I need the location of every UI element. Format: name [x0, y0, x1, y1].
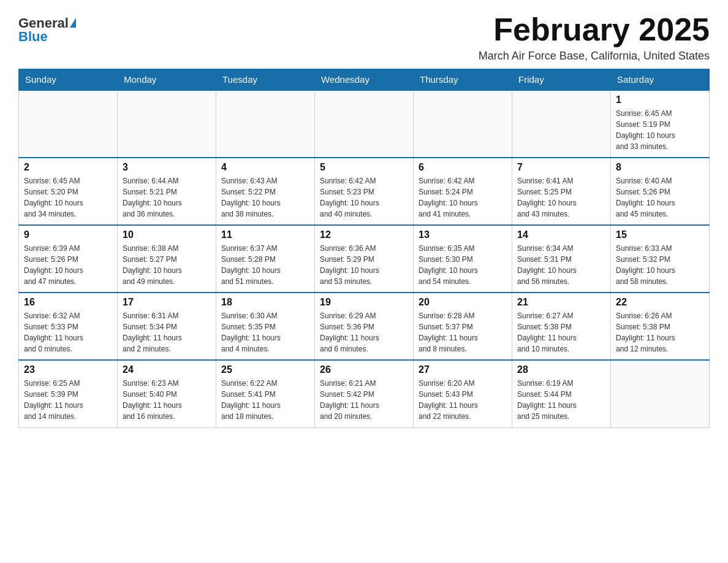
- header-thursday: Thursday: [414, 69, 512, 91]
- calendar-cell-3-0: 16Sunrise: 6:32 AM Sunset: 5:33 PM Dayli…: [19, 293, 118, 360]
- day-info: Sunrise: 6:22 AM Sunset: 5:41 PM Dayligh…: [221, 378, 309, 422]
- day-info: Sunrise: 6:20 AM Sunset: 5:43 PM Dayligh…: [419, 378, 507, 422]
- month-title: February 2025: [479, 12, 710, 47]
- day-info: Sunrise: 6:42 AM Sunset: 5:23 PM Dayligh…: [320, 175, 408, 220]
- calendar-cell-4-0: 23Sunrise: 6:25 AM Sunset: 5:39 PM Dayli…: [19, 360, 118, 427]
- day-number: 5: [320, 162, 408, 173]
- logo-triangle-icon: [70, 18, 76, 28]
- day-info: Sunrise: 6:25 AM Sunset: 5:39 PM Dayligh…: [24, 378, 112, 422]
- day-number: 25: [221, 364, 309, 375]
- day-number: 7: [517, 162, 605, 173]
- day-info: Sunrise: 6:44 AM Sunset: 5:21 PM Dayligh…: [123, 175, 211, 220]
- calendar-cell-4-5: 28Sunrise: 6:19 AM Sunset: 5:44 PM Dayli…: [512, 360, 611, 427]
- logo: General Blue: [18, 15, 76, 45]
- header-friday: Friday: [512, 69, 611, 91]
- calendar-cell-1-2: 4Sunrise: 6:43 AM Sunset: 5:22 PM Daylig…: [216, 158, 315, 225]
- day-info: Sunrise: 6:21 AM Sunset: 5:42 PM Dayligh…: [320, 378, 408, 422]
- day-number: 6: [419, 162, 507, 173]
- week-row-5: 23Sunrise: 6:25 AM Sunset: 5:39 PM Dayli…: [19, 360, 710, 427]
- calendar-cell-0-5: [512, 90, 611, 158]
- day-info: Sunrise: 6:31 AM Sunset: 5:34 PM Dayligh…: [123, 310, 211, 354]
- day-info: Sunrise: 6:19 AM Sunset: 5:44 PM Dayligh…: [517, 378, 605, 422]
- day-number: 10: [123, 229, 211, 240]
- page-header: General Blue February 2025 March Air For…: [18, 12, 710, 63]
- day-info: Sunrise: 6:27 AM Sunset: 5:38 PM Dayligh…: [517, 310, 605, 354]
- calendar-cell-0-6: 1Sunrise: 6:45 AM Sunset: 5:19 PM Daylig…: [611, 90, 710, 158]
- title-section: February 2025 March Air Force Base, Cali…: [479, 12, 710, 63]
- day-info: Sunrise: 6:23 AM Sunset: 5:40 PM Dayligh…: [123, 378, 211, 422]
- day-info: Sunrise: 6:40 AM Sunset: 5:26 PM Dayligh…: [616, 175, 704, 220]
- day-number: 3: [123, 162, 211, 173]
- calendar-cell-3-5: 21Sunrise: 6:27 AM Sunset: 5:38 PM Dayli…: [512, 293, 611, 360]
- day-number: 13: [419, 229, 507, 240]
- calendar-cell-2-2: 11Sunrise: 6:37 AM Sunset: 5:28 PM Dayli…: [216, 225, 315, 293]
- day-number: 28: [517, 364, 605, 375]
- day-info: Sunrise: 6:29 AM Sunset: 5:36 PM Dayligh…: [320, 310, 408, 354]
- calendar-cell-1-0: 2Sunrise: 6:45 AM Sunset: 5:20 PM Daylig…: [19, 158, 118, 225]
- calendar-cell-1-6: 8Sunrise: 6:40 AM Sunset: 5:26 PM Daylig…: [611, 158, 710, 225]
- day-number: 1: [616, 94, 704, 105]
- location-title: March Air Force Base, California, United…: [479, 50, 710, 63]
- day-number: 8: [616, 162, 704, 173]
- day-number: 21: [517, 297, 605, 308]
- day-info: Sunrise: 6:41 AM Sunset: 5:25 PM Dayligh…: [517, 175, 605, 220]
- calendar-cell-1-5: 7Sunrise: 6:41 AM Sunset: 5:25 PM Daylig…: [512, 158, 611, 225]
- calendar-cell-2-3: 12Sunrise: 6:36 AM Sunset: 5:29 PM Dayli…: [315, 225, 414, 293]
- day-info: Sunrise: 6:45 AM Sunset: 5:19 PM Dayligh…: [616, 108, 704, 152]
- day-number: 20: [419, 297, 507, 308]
- day-number: 18: [221, 297, 309, 308]
- logo-blue-word: Blue: [18, 29, 48, 45]
- day-info: Sunrise: 6:34 AM Sunset: 5:31 PM Dayligh…: [517, 243, 605, 287]
- day-info: Sunrise: 6:36 AM Sunset: 5:29 PM Dayligh…: [320, 243, 408, 287]
- day-number: 16: [24, 297, 112, 308]
- calendar-cell-0-4: [414, 90, 512, 158]
- calendar-cell-4-1: 24Sunrise: 6:23 AM Sunset: 5:40 PM Dayli…: [118, 360, 216, 427]
- day-info: Sunrise: 6:26 AM Sunset: 5:38 PM Dayligh…: [616, 310, 704, 354]
- calendar-cell-3-3: 19Sunrise: 6:29 AM Sunset: 5:36 PM Dayli…: [315, 293, 414, 360]
- header-saturday: Saturday: [611, 69, 710, 91]
- calendar-cell-3-1: 17Sunrise: 6:31 AM Sunset: 5:34 PM Dayli…: [118, 293, 216, 360]
- calendar-cell-3-4: 20Sunrise: 6:28 AM Sunset: 5:37 PM Dayli…: [414, 293, 512, 360]
- day-info: Sunrise: 6:28 AM Sunset: 5:37 PM Dayligh…: [419, 310, 507, 354]
- day-info: Sunrise: 6:42 AM Sunset: 5:24 PM Dayligh…: [419, 175, 507, 220]
- day-number: 24: [123, 364, 211, 375]
- day-info: Sunrise: 6:45 AM Sunset: 5:20 PM Dayligh…: [24, 175, 112, 220]
- day-info: Sunrise: 6:33 AM Sunset: 5:32 PM Dayligh…: [616, 243, 704, 287]
- header-sunday: Sunday: [19, 69, 118, 91]
- header-tuesday: Tuesday: [216, 69, 315, 91]
- calendar-cell-2-4: 13Sunrise: 6:35 AM Sunset: 5:30 PM Dayli…: [414, 225, 512, 293]
- day-number: 2: [24, 162, 112, 173]
- day-info: Sunrise: 6:43 AM Sunset: 5:22 PM Dayligh…: [221, 175, 309, 220]
- day-info: Sunrise: 6:30 AM Sunset: 5:35 PM Dayligh…: [221, 310, 309, 354]
- day-info: Sunrise: 6:32 AM Sunset: 5:33 PM Dayligh…: [24, 310, 112, 354]
- calendar-cell-3-6: 22Sunrise: 6:26 AM Sunset: 5:38 PM Dayli…: [611, 293, 710, 360]
- calendar-cell-1-1: 3Sunrise: 6:44 AM Sunset: 5:21 PM Daylig…: [118, 158, 216, 225]
- day-number: 26: [320, 364, 408, 375]
- week-row-4: 16Sunrise: 6:32 AM Sunset: 5:33 PM Dayli…: [19, 293, 710, 360]
- day-info: Sunrise: 6:38 AM Sunset: 5:27 PM Dayligh…: [123, 243, 211, 287]
- calendar-cell-2-6: 15Sunrise: 6:33 AM Sunset: 5:32 PM Dayli…: [611, 225, 710, 293]
- header-wednesday: Wednesday: [315, 69, 414, 91]
- day-number: 17: [123, 297, 211, 308]
- calendar-cell-4-3: 26Sunrise: 6:21 AM Sunset: 5:42 PM Dayli…: [315, 360, 414, 427]
- day-number: 11: [221, 229, 309, 240]
- day-number: 23: [24, 364, 112, 375]
- day-info: Sunrise: 6:39 AM Sunset: 5:26 PM Dayligh…: [24, 243, 112, 287]
- calendar-cell-4-2: 25Sunrise: 6:22 AM Sunset: 5:41 PM Dayli…: [216, 360, 315, 427]
- calendar-table: Sunday Monday Tuesday Wednesday Thursday…: [18, 69, 710, 428]
- calendar-cell-2-5: 14Sunrise: 6:34 AM Sunset: 5:31 PM Dayli…: [512, 225, 611, 293]
- calendar-cell-4-6: [611, 360, 710, 427]
- day-info: Sunrise: 6:37 AM Sunset: 5:28 PM Dayligh…: [221, 243, 309, 287]
- day-number: 9: [24, 229, 112, 240]
- calendar-cell-0-1: [118, 90, 216, 158]
- calendar-cell-0-0: [19, 90, 118, 158]
- day-number: 22: [616, 297, 704, 308]
- day-number: 4: [221, 162, 309, 173]
- day-info: Sunrise: 6:35 AM Sunset: 5:30 PM Dayligh…: [419, 243, 507, 287]
- calendar-cell-1-4: 6Sunrise: 6:42 AM Sunset: 5:24 PM Daylig…: [414, 158, 512, 225]
- calendar-cell-2-1: 10Sunrise: 6:38 AM Sunset: 5:27 PM Dayli…: [118, 225, 216, 293]
- week-row-2: 2Sunrise: 6:45 AM Sunset: 5:20 PM Daylig…: [19, 158, 710, 225]
- calendar-cell-3-2: 18Sunrise: 6:30 AM Sunset: 5:35 PM Dayli…: [216, 293, 315, 360]
- calendar-header-row: Sunday Monday Tuesday Wednesday Thursday…: [19, 69, 710, 91]
- week-row-1: 1Sunrise: 6:45 AM Sunset: 5:19 PM Daylig…: [19, 90, 710, 158]
